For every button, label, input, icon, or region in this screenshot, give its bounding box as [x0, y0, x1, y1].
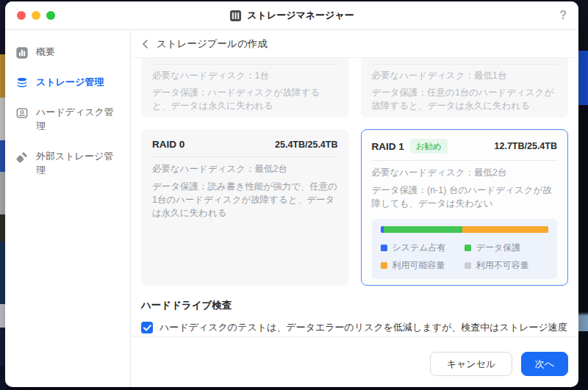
next-button[interactable]: 次へ [521, 352, 568, 376]
raid-card-raid1-selected[interactable]: RAID 1 お勧め 12.7TB/25.4TB 必要なハードディスク：最低2台… [361, 129, 569, 286]
raid-name: RAID 0 [152, 139, 184, 150]
sidebar-item-external-storage[interactable]: 外部ストレージ管理 [5, 142, 130, 186]
sidebar-item-label: ハードディスク管理 [36, 106, 120, 134]
raid-options-scroll-area[interactable]: 必要なハードディスク：1台 データ保護：ハードディスクが故障すると、データは永久… [131, 58, 578, 336]
card-divider [152, 64, 338, 65]
zoom-window-button[interactable] [46, 11, 55, 20]
raid-protection: データ保護：任意の1台のハードディスクが故障すると、データは永久に失われる [372, 86, 558, 112]
raid-requirement: 必要なハードディスク：最低2台 [372, 167, 558, 178]
legend-label: 利用不可容量 [476, 259, 529, 272]
raid-requirement: 必要なハードディスク：最低2台 [152, 163, 338, 175]
legend-label: 利用可能容量 [392, 259, 445, 272]
raid-requirement: 必要なハードディスク：最低1台 [372, 70, 558, 82]
storage-manager-window: ストレージマネージャー ? 概要 ストレージ管理 [5, 1, 578, 387]
raid-requirement: 必要なハードディスク：1台 [152, 70, 338, 82]
legend-label: データ保護 [476, 242, 521, 254]
storage-icon [15, 76, 29, 90]
capacity-legend: システム占有 データ保護 利用可能容量 [381, 242, 549, 272]
raid-protection: データ保護：(n-1) 台のハードディスクが故障しても、データは失わない [372, 184, 558, 210]
sidebar-item-overview[interactable]: 概要 [5, 37, 130, 68]
hard-drive-check-title: ハードドライブ検査 [141, 299, 568, 312]
legend-color-swatch [465, 245, 471, 251]
app-icon [229, 10, 242, 22]
card-header: RAID 0 25.4TB/25.4TB [152, 130, 338, 156]
raid-card-partial-right[interactable]: 必要なハードディスク：最低1台 データ保護：任意の1台のハードディスクが故障する… [361, 58, 569, 118]
wizard-footer: キャンセル 次へ [131, 336, 578, 387]
legend-item-unavailable: 利用不可容量 [465, 259, 548, 272]
overview-icon [15, 46, 29, 59]
checkmark-icon [143, 325, 151, 331]
sidebar-item-label: 外部ストレージ管理 [36, 150, 120, 178]
bar-segment-available [462, 226, 548, 233]
raid-cards-grid: 必要なハードディスク：1台 データ保護：ハードディスクが故障すると、データは永久… [141, 58, 568, 286]
sidebar-item-harddisk[interactable]: ハードディスク管理 [5, 98, 130, 142]
raid-card-raid0[interactable]: RAID 0 25.4TB/25.4TB 必要なハードディスク：最低2台 データ… [141, 129, 349, 286]
legend-item-system: システム占有 [381, 242, 465, 254]
card-divider [372, 64, 558, 65]
legend-item-available: 利用可能容量 [381, 259, 465, 272]
hard-drive-check-checkbox[interactable] [141, 322, 153, 333]
main-panel: ストレージプールの作成 必要なハードディスク：1台 データ保護：ハードディスクが… [131, 30, 578, 387]
sidebar: 概要 ストレージ管理 ハードディスク管理 [5, 30, 131, 387]
recommended-badge: お勧め [410, 139, 448, 154]
raid-card-partial-left[interactable]: 必要なハードディスク：1台 データ保護：ハードディスクが故障すると、データは永久… [141, 58, 349, 118]
raid-capacity: 12.7TB/25.4TB [495, 141, 557, 151]
card-divider [372, 160, 558, 161]
chevron-left-icon [141, 40, 149, 48]
window-title: ストレージマネージャー [247, 9, 354, 22]
external-storage-icon [15, 151, 29, 164]
minimize-window-button[interactable] [32, 11, 40, 20]
raid-protection: データ保護：ハードディスクが故障すると、データは永久に失われる [152, 86, 338, 112]
harddisk-icon [15, 106, 29, 120]
capacity-chart-panel: システム占有 データ保護 利用可能容量 [372, 219, 558, 279]
hard-drive-check-label: ハードディスクのテストは、データエラーのリスクを低減しますが、検査中はストレージ… [159, 320, 568, 336]
raid-protection: データ保護：読み書き性能が強力で、任意の1台のハードディスクが故障すると、データ… [152, 180, 338, 220]
raid-capacity: 25.4TB/25.4TB [275, 140, 337, 150]
page-title: ストレージプールの作成 [157, 37, 268, 51]
traffic-lights [17, 11, 55, 20]
title-bar: ストレージマネージャー ? [5, 1, 578, 30]
card-divider [152, 156, 338, 157]
raid-name: RAID 1 [372, 141, 404, 152]
window-title-group: ストレージマネージャー [5, 9, 578, 22]
page-header: ストレージプールの作成 [131, 30, 578, 58]
legend-label: システム占有 [392, 242, 446, 254]
sidebar-item-storage[interactable]: ストレージ管理 [5, 68, 130, 98]
legend-item-protection: データ保護 [465, 242, 548, 254]
hard-drive-check-section: ハードドライブ検査 ハードディスクのテストは、データエラーのリスクを低減しますが… [141, 299, 568, 336]
desktop-background-right [577, 0, 588, 390]
help-button[interactable]: ? [559, 9, 567, 22]
back-button[interactable] [141, 40, 150, 48]
legend-color-swatch [381, 262, 387, 269]
bar-segment-protection [384, 226, 462, 233]
sidebar-item-label: 概要 [36, 46, 55, 59]
card-header: RAID 1 お勧め 12.7TB/25.4TB [372, 130, 558, 160]
close-window-button[interactable] [17, 11, 26, 20]
clipped-card-top [372, 58, 558, 64]
sidebar-item-label: ストレージ管理 [36, 76, 104, 90]
capacity-stacked-bar [381, 226, 549, 233]
legend-color-swatch [465, 262, 471, 269]
clipped-card-top [152, 58, 338, 64]
legend-color-swatch [381, 245, 387, 251]
cancel-button[interactable]: キャンセル [430, 352, 512, 376]
